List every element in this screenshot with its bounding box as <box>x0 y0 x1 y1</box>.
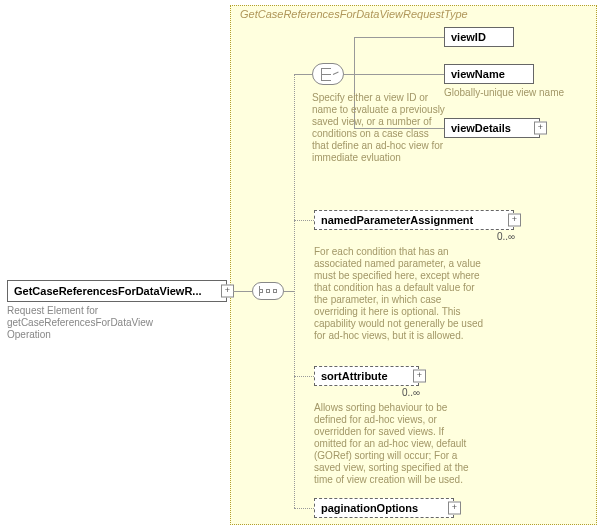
expand-icon[interactable]: + <box>508 214 521 227</box>
container-title: GetCaseReferencesForDataViewRequestType <box>240 8 468 20</box>
root-element-label: GetCaseReferencesForDataViewR... <box>14 285 202 297</box>
named-parameter-note: For each condition that has an associate… <box>314 246 484 342</box>
view-id-label: viewID <box>451 31 486 43</box>
sequence-compositor-icon <box>252 282 284 300</box>
sort-attribute-label: sortAttribute <box>321 370 388 382</box>
sort-attribute-element[interactable]: sortAttribute + <box>314 366 419 386</box>
sort-attribute-cardinality: 0..∞ <box>402 387 420 398</box>
root-element-note: Request Element for getCaseReferencesFor… <box>7 305 177 341</box>
expand-icon[interactable]: + <box>413 370 426 383</box>
view-details-label: viewDetails <box>451 122 511 134</box>
named-parameter-label: namedParameterAssignment <box>321 214 473 226</box>
named-parameter-element[interactable]: namedParameterAssignment + <box>314 210 514 230</box>
view-name-element[interactable]: viewName <box>444 64 534 84</box>
expand-icon[interactable]: + <box>534 122 547 135</box>
root-element-box[interactable]: GetCaseReferencesForDataViewR... + <box>7 280 227 302</box>
sort-attribute-note: Allows sorting behaviour to be defined f… <box>314 402 469 486</box>
choice-compositor-icon <box>312 63 344 85</box>
named-parameter-cardinality: 0..∞ <box>497 231 515 242</box>
pagination-options-element[interactable]: paginationOptions + <box>314 498 454 518</box>
view-details-element[interactable]: viewDetails + <box>444 118 540 138</box>
pagination-options-label: paginationOptions <box>321 502 418 514</box>
expand-icon[interactable]: + <box>448 502 461 515</box>
view-name-label: viewName <box>451 68 505 80</box>
view-id-element[interactable]: viewID <box>444 27 514 47</box>
view-name-note: Globally-unique view name <box>444 87 590 99</box>
